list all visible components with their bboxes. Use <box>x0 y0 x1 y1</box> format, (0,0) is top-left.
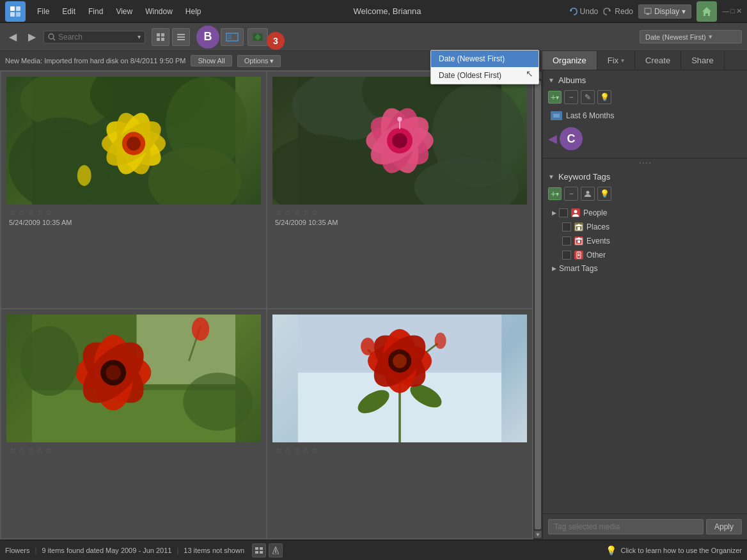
menu-file[interactable]: File <box>32 4 54 19</box>
tab-create[interactable]: Create <box>635 51 681 70</box>
photo-image-3 <box>6 315 261 442</box>
scroll-down-button[interactable]: ▼ <box>534 531 542 538</box>
tab-organize[interactable]: Organize <box>542 51 597 70</box>
other-checkbox[interactable] <box>562 251 571 260</box>
app-icon <box>5 1 26 22</box>
home-button[interactable] <box>696 1 717 22</box>
svg-point-34 <box>127 137 141 151</box>
scroll-thumb[interactable] <box>535 81 541 529</box>
svg-rect-87 <box>578 227 580 230</box>
sort-option-newest[interactable]: Date (Newest First) <box>431 51 539 67</box>
svg-rect-97 <box>260 547 263 550</box>
keyword-tags-add-button[interactable]: + ▾ <box>548 187 562 200</box>
notif-message: New Media: Imported from hard disk on 8/… <box>5 57 185 65</box>
view-list-button[interactable] <box>172 28 190 46</box>
svg-rect-99 <box>260 551 263 554</box>
tag-row-people[interactable]: ▶ People <box>548 206 742 220</box>
keyword-tags-collapse-icon[interactable]: ▼ <box>548 173 554 180</box>
tag-media-input[interactable] <box>548 519 704 534</box>
keyword-tags-remove-button[interactable]: − <box>564 187 578 201</box>
search-input[interactable] <box>58 33 135 42</box>
albums-add-button[interactable]: + ▾ <box>548 91 562 104</box>
albums-edit-button[interactable]: ✎ <box>581 90 595 104</box>
back-button[interactable]: ◀ <box>5 29 20 45</box>
keyword-tags-header: ▼ Keyword Tags <box>548 172 742 182</box>
status-grid-button[interactable] <box>252 543 266 557</box>
tag-row-events[interactable]: Events <box>548 234 742 248</box>
status-info-button[interactable] <box>269 543 283 557</box>
display-label: Display <box>654 7 679 16</box>
options-button[interactable]: Options ▾ <box>237 55 281 67</box>
redo-label: Redo <box>615 7 633 16</box>
menu-help[interactable]: Help <box>180 4 207 19</box>
view-grid-button[interactable] <box>152 28 169 46</box>
welcome-text: Welcome, Brianna <box>209 6 566 16</box>
search-icon <box>48 33 56 41</box>
status-tip: Click to learn how to use the Organizer <box>620 547 742 554</box>
search-box: ▾ <box>43 31 145 43</box>
smart-tags-row[interactable]: ▶ Smart Tags <box>548 262 742 275</box>
status-folder: Flowers <box>5 547 30 554</box>
albums-remove-button[interactable]: − <box>564 90 578 104</box>
album-last-6-months[interactable]: Last 6 Months <box>548 109 742 122</box>
menu-edit[interactable]: Edit <box>57 4 81 19</box>
flower-red1-svg <box>6 315 261 442</box>
photo-cell-1[interactable]: ☆ ☆ ☆ ☆ ☆ 5/24/2009 10:35 AM <box>1 72 266 308</box>
fullscreen-button[interactable] <box>221 28 244 46</box>
toolbar: ◀ ▶ ▾ B 3 Date (Newest First) ▾ <box>0 23 747 51</box>
photo-stars-3: ☆ ☆ ☆ ☆ ☆ <box>6 446 52 455</box>
window-maximize[interactable]: □ <box>730 7 735 15</box>
other-tag-label: Other <box>586 251 606 260</box>
svg-rect-19 <box>228 35 232 40</box>
tag-row-places[interactable]: Places <box>548 220 742 234</box>
photo-cell-4[interactable]: ☆ ☆ ☆ ☆ ☆ <box>267 309 532 538</box>
svg-rect-96 <box>255 547 258 550</box>
status-icons-group <box>252 543 283 557</box>
tab-share[interactable]: Share <box>681 51 725 70</box>
keyword-tags-info-button[interactable]: 💡 <box>597 187 611 201</box>
svg-rect-15 <box>177 34 185 35</box>
undo-button[interactable]: Undo <box>569 7 599 16</box>
albums-info-button[interactable]: 💡 <box>597 90 611 104</box>
apply-button[interactable]: Apply <box>706 519 742 534</box>
menu-window[interactable]: Window <box>140 4 178 19</box>
tag-row-other[interactable]: Other <box>548 248 742 262</box>
people-expand-icon[interactable]: ▶ <box>552 210 556 216</box>
events-tag-icon <box>574 236 584 246</box>
menu-find[interactable]: Find <box>83 4 108 19</box>
sort-option-oldest[interactable]: Date (Oldest First) <box>431 67 539 84</box>
lightbulb-icon: 💡 <box>606 545 617 556</box>
map-button[interactable] <box>248 28 268 46</box>
svg-rect-12 <box>161 33 164 36</box>
svg-rect-11 <box>157 33 160 36</box>
forward-button[interactable]: ▶ <box>24 29 40 45</box>
window-minimize[interactable]: — <box>722 7 729 15</box>
smart-tags-expand-icon[interactable]: ▶ <box>552 265 556 272</box>
photo-cell-3[interactable]: ☆ ☆ ☆ ☆ ☆ <box>1 309 266 538</box>
keyword-tags-person-button[interactable] <box>581 187 595 201</box>
show-all-button[interactable]: Show All <box>191 55 232 66</box>
redo-button[interactable]: Redo <box>603 7 633 16</box>
photo-cell-2[interactable]: ☆ ☆ ☆ ☆ ☆ 5/24/2009 10:35 AM <box>267 72 532 308</box>
right-panel: ▼ Albums + ▾ − ✎ 💡 Last 6 Months ◀ <box>542 70 747 540</box>
people-checkbox[interactable] <box>559 208 568 217</box>
sort-dropdown[interactable]: Date (Newest First) ▾ <box>640 30 742 43</box>
tab-fix[interactable]: Fix ▾ <box>597 51 635 70</box>
photo-image-2 <box>272 77 527 205</box>
svg-point-76 <box>393 354 407 368</box>
events-checkbox[interactable] <box>562 237 571 245</box>
people-tag-icon <box>570 208 581 218</box>
menu-view[interactable]: View <box>111 4 138 19</box>
badge-c-area: ◀ C <box>548 127 742 150</box>
search-dropdown-arrow[interactable]: ▾ <box>138 33 141 40</box>
window-close[interactable]: ✕ <box>736 7 742 15</box>
places-checkbox[interactable] <box>562 222 571 231</box>
display-button[interactable]: Display ▾ <box>638 4 691 19</box>
albums-collapse-icon[interactable]: ▼ <box>548 77 554 84</box>
svg-point-63 <box>183 373 253 431</box>
flower-yellow-svg <box>6 77 261 205</box>
svg-rect-13 <box>157 38 160 41</box>
svg-rect-80 <box>553 114 560 118</box>
sort-label: Date (Newest First) <box>645 33 706 41</box>
svg-point-9 <box>49 34 54 39</box>
